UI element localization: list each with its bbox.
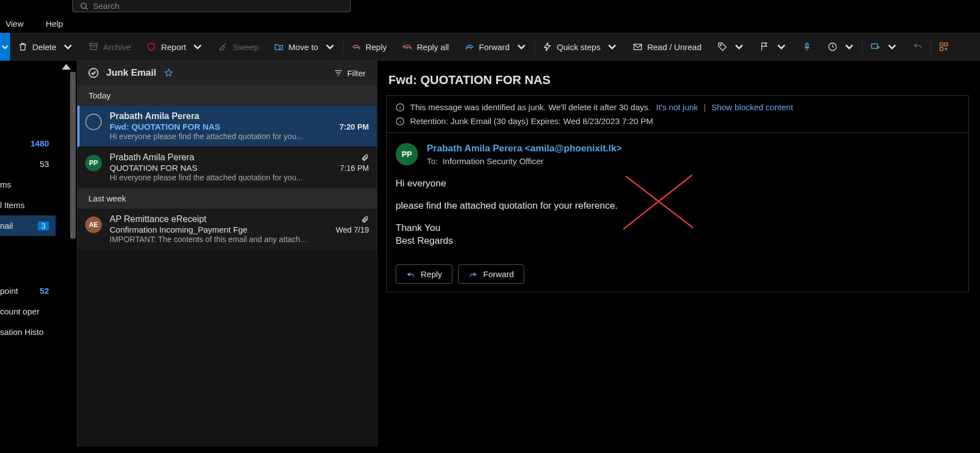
menu-help[interactable]: Help [46, 19, 63, 28]
chevron-down-icon [887, 42, 897, 52]
sender: AP Remittance eReceipt [110, 214, 206, 224]
toolbar: Delete Archive Report Sweep Move to Repl… [0, 33, 980, 61]
quick-steps-button[interactable]: Quick steps [535, 33, 625, 61]
sender: Prabath Amila Perera [110, 111, 199, 121]
sweep-icon [218, 42, 228, 52]
nav-item-7[interactable]: count oper [0, 301, 56, 322]
clock-icon [828, 42, 838, 52]
message-card: PP Prabath Amila Perera <amila@phoenixit… [386, 133, 969, 292]
svg-rect-10 [940, 48, 943, 51]
nav-item-6[interactable]: point52 [0, 280, 56, 301]
nav-item-inbox[interactable]: 1480 [0, 133, 56, 154]
scrollbar[interactable] [70, 72, 76, 239]
delete-button[interactable]: Delete [10, 33, 81, 61]
reply-action-button[interactable]: Reply [396, 264, 452, 284]
flag-button[interactable] [752, 33, 794, 61]
reading-pane: Fwd: QUOTATION FOR NAS This message was … [377, 61, 980, 447]
chevron-down-icon [516, 42, 526, 52]
message-list: Junk Email Filter Today Prabath Amila Pe… [77, 61, 377, 447]
read-unread-button[interactable]: Read / Unread [625, 33, 710, 61]
move-to-button[interactable]: Move to [266, 33, 342, 61]
filter-button[interactable]: Filter [334, 68, 366, 78]
collapse-up-icon[interactable] [62, 64, 71, 70]
tag-button[interactable] [710, 33, 752, 61]
reply-icon [406, 270, 415, 279]
preview: Hi everyone please find the attached quo… [110, 173, 369, 182]
message-title: Fwd: QUOTATION FOR NAS [388, 73, 969, 87]
to-line: To: Information Security Officer [427, 156, 622, 166]
chevron-down-icon [325, 42, 335, 52]
snooze-button[interactable] [820, 33, 862, 61]
folder-nav: 1480 53 ms l Items nail3 point52 count o… [0, 61, 56, 447]
show-blocked-link[interactable]: Show blocked content [711, 102, 793, 112]
nav-item-8[interactable]: sation Histo [0, 322, 56, 342]
sender: Prabath Amila Perera [110, 152, 194, 163]
svg-point-0 [81, 3, 86, 8]
message-body: Hi everyone please find the attached quo… [396, 177, 959, 248]
message-item[interactable]: Prabath Amila Perera Fwd: QUOTATION FOR … [77, 106, 377, 147]
archive-button[interactable]: Archive [81, 33, 139, 61]
message-item[interactable]: PP Prabath Amila Perera QUOTATION FOR NA… [77, 147, 377, 188]
flag-icon [760, 42, 770, 52]
svg-rect-4 [634, 45, 642, 50]
bolt-icon [543, 42, 553, 52]
from-line: Prabath Amila Perera <amila@phoenixit.lk… [427, 143, 622, 154]
svg-rect-8 [940, 43, 943, 46]
svg-rect-9 [944, 43, 947, 46]
rules-button[interactable] [863, 33, 905, 61]
star-icon[interactable] [164, 68, 173, 77]
menu-view[interactable]: View [6, 19, 23, 28]
apps-button[interactable] [931, 33, 957, 61]
avatar [85, 114, 102, 130]
sweep-button[interactable]: Sweep [210, 33, 266, 61]
rules-icon [870, 42, 880, 52]
chevron-down-icon [776, 42, 786, 52]
info-icon [396, 103, 405, 112]
reply-icon [351, 42, 361, 52]
pin-icon [802, 42, 812, 52]
reply-button[interactable]: Reply [343, 33, 395, 61]
chevron-down-icon [607, 42, 617, 52]
nav-item-3[interactable]: l Items [0, 195, 56, 215]
toolbar-expand[interactable] [0, 33, 10, 61]
forward-button[interactable]: Forward [457, 33, 534, 61]
folder-title: Junk Email [106, 67, 156, 78]
nav-item-2[interactable]: ms [0, 174, 56, 195]
trash-icon [18, 42, 28, 52]
reply-all-button[interactable]: Reply all [395, 33, 457, 61]
not-junk-link[interactable]: It's not junk [656, 102, 698, 112]
svg-point-5 [720, 45, 721, 46]
info-icon [396, 117, 405, 126]
nav-item-1[interactable]: 53 [0, 154, 56, 174]
search-input[interactable]: Search [72, 0, 351, 12]
preview: IMPORTANT: The contents of this email an… [110, 235, 369, 244]
apps-icon [939, 42, 949, 52]
retention-text: Retention: Junk Email (30 days) Expires:… [410, 116, 653, 126]
search-placeholder: Search [93, 1, 120, 11]
group-header: Today [77, 85, 377, 106]
chevron-down-icon [734, 42, 744, 52]
filter-icon [334, 68, 343, 77]
sender-avatar: PP [396, 143, 418, 165]
nav-item-junk[interactable]: nail3 [0, 215, 56, 236]
attachment-icon [361, 154, 369, 161]
message-item[interactable]: AE AP Remittance eReceipt Confirmation I… [77, 209, 377, 250]
envelope-icon [633, 42, 643, 52]
undo-button[interactable] [905, 33, 930, 61]
report-button[interactable]: Report [139, 33, 210, 61]
tag-icon [717, 42, 727, 52]
chevron-down-icon [63, 42, 73, 52]
avatar: AE [85, 216, 102, 233]
time: 7:16 PM [340, 164, 369, 173]
forward-action-button[interactable]: Forward [458, 264, 524, 284]
select-all-checkbox[interactable] [88, 68, 99, 78]
avatar: PP [85, 155, 102, 171]
subject: Fwd: QUOTATION FOR NAS [110, 122, 220, 131]
pin-button[interactable] [794, 33, 820, 61]
svg-rect-7 [871, 44, 878, 48]
svg-rect-3 [90, 43, 98, 46]
archive-icon [88, 42, 99, 52]
subject: QUOTATION FOR NAS [110, 163, 198, 173]
undo-icon [913, 42, 923, 52]
shield-icon [146, 42, 156, 52]
